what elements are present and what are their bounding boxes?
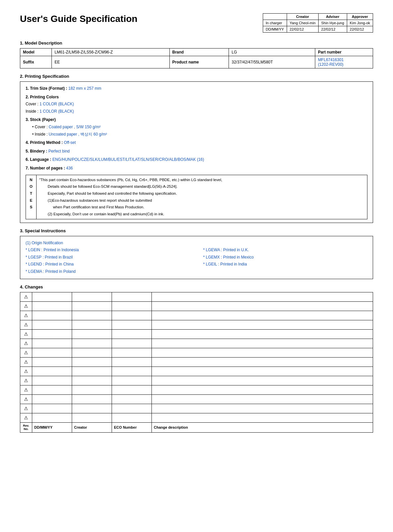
change-date [32, 357, 72, 367]
origin-col-right: * LGEWA : Printed in U.K. * LGEMX : Prin… [203, 247, 368, 275]
origin-lgesp-text: * LGESP : Printed in Brazil [26, 255, 73, 260]
change-icon: ⚠ [20, 311, 32, 320]
table-row: ⚠ [20, 357, 373, 367]
origin-lgema: * LGEMA : Printed in Poland [26, 268, 190, 275]
change-date [32, 329, 72, 339]
change-icon: ⚠ [20, 320, 32, 329]
product-label: Product name [169, 56, 229, 68]
footer-creator: Creator [72, 422, 112, 432]
printing-method-item: 4. Printing Method : Off-set [26, 139, 367, 147]
change-creator [72, 301, 112, 311]
change-date [32, 301, 72, 311]
model-label: Model [20, 49, 52, 56]
origin-heading-text: (1) Origin Notification [26, 241, 63, 245]
table-row: ⚠ [20, 385, 373, 394]
origin-columns: * LGEIN : Printed in Indonesia * LGESP :… [26, 247, 367, 275]
section3-heading: 3. Special Instructions [20, 228, 373, 233]
footer-date: DD/MM/YY [32, 422, 72, 432]
change-eco [112, 348, 152, 357]
change-creator [72, 329, 112, 339]
changes-footer-row: Rev. No. DD/MM/YY Creator ECO Number Cha… [20, 422, 373, 432]
approval-col-creator: Creator [287, 14, 318, 20]
page-container: User's Guide Specification Creator Advis… [20, 13, 373, 433]
header-area: User's Guide Specification Creator Advis… [20, 13, 373, 33]
change-description [152, 376, 373, 385]
change-description [152, 367, 373, 376]
change-icon: ⚠ [20, 394, 32, 404]
part-label: Part number [315, 49, 373, 56]
origin-lgeil-text: * LGEIL : Printed in India [203, 262, 247, 266]
table-row: ⚠ [20, 348, 373, 357]
trim-size-value: 182 mm x 257 mm [68, 86, 101, 91]
change-date [32, 376, 72, 385]
rev-no-label: Rev. No. [20, 422, 32, 432]
change-date [32, 348, 72, 357]
change-eco [112, 339, 152, 348]
change-date [32, 367, 72, 376]
change-eco [112, 357, 152, 367]
origin-lgewa-text: * LGEWA : Printed in U.K. [203, 248, 249, 252]
approval-approver-name: Kim Jong-ok [347, 20, 373, 26]
changes-table: ⚠ ⚠ ⚠ ⚠ ⚠ [20, 292, 373, 433]
approval-col-adviser: Adviser [318, 14, 347, 20]
origin-lgesp: * LGESP : Printed in Brazil [26, 254, 190, 261]
language-label: 6. Language : [26, 157, 52, 162]
origin-lgemx: * LGEMX : Printed in Mexico [203, 254, 368, 261]
special-instructions-box: (1) Origin Notification * LGEIN : Printe… [20, 236, 373, 279]
change-eco [112, 394, 152, 404]
approval-adviser-date: 22/02/12 [318, 26, 347, 33]
change-date [32, 413, 72, 422]
printing-spec-box: 1. Trim Size (Format) : 182 mm x 257 mm … [20, 81, 373, 223]
approval-creator-date: 22/02/12 [287, 26, 318, 33]
origin-lgein-text: * LGEIN : Printed in Indonesia [26, 248, 79, 252]
change-description [152, 301, 373, 311]
notes-label: NOTES [26, 175, 37, 219]
origin-col-left: * LGEIN : Printed in Indonesia * LGESP :… [26, 247, 190, 275]
stock-inside: Inside : Uncoated paper , 백상지 60 g/m² [32, 131, 367, 138]
approval-label-date: DD/MM/YY [263, 26, 287, 33]
change-date [32, 339, 72, 348]
page-title: User's Guide Specification [20, 13, 256, 25]
stock-label: 3. Stock (Paper) [26, 117, 56, 122]
table-row: ⚠ [20, 404, 373, 413]
origin-lgeil: * LGEIL : Printed in India [203, 261, 368, 268]
inside-color-value: 1 COLOR (BLACK) [40, 109, 74, 114]
notes-content: "This part contain Eco-hazardous substan… [37, 175, 367, 219]
part-value: MFL67416301(1202-REV00) [315, 56, 373, 68]
stock-list: Cover : Coated paper , S/W 150 g/m² Insi… [26, 124, 367, 138]
change-description [152, 292, 373, 301]
change-description [152, 394, 373, 404]
change-icon: ⚠ [20, 301, 32, 311]
change-eco [112, 385, 152, 394]
language-item: 6. Language : ENG/HUN/POL/CZE/SLK/LUM/BU… [26, 156, 367, 163]
change-description [152, 385, 373, 394]
pages-item: 7. Number of pages : 436 [26, 165, 367, 172]
approval-approver-date: 22/02/12 [347, 26, 373, 33]
table-row: ⚠ [20, 329, 373, 339]
approval-creator-name: Yang Cheol-min [287, 20, 318, 26]
change-creator [72, 367, 112, 376]
change-eco [112, 404, 152, 413]
change-eco [112, 329, 152, 339]
change-icon: ⚠ [20, 329, 32, 339]
footer-eco: ECO Number [112, 422, 152, 432]
cover-color-label: Cover : [26, 102, 40, 106]
change-date [32, 311, 72, 320]
change-icon: ⚠ [20, 357, 32, 367]
product-value: 32/37/42/47/55LM580T [229, 56, 315, 68]
approval-col-approver: Approver [347, 14, 373, 20]
origin-lgemx-text: * LGEMX : Printed in Mexico [203, 255, 254, 260]
change-description [152, 413, 373, 422]
change-eco [112, 292, 152, 301]
brand-label: Brand [169, 49, 229, 56]
change-eco [112, 413, 152, 422]
change-description [152, 329, 373, 339]
change-creator [72, 311, 112, 320]
change-eco [112, 367, 152, 376]
change-description [152, 339, 373, 348]
footer-description: Change description [152, 422, 373, 432]
change-creator [72, 385, 112, 394]
change-description [152, 311, 373, 320]
approval-label-incharge: In charger [263, 20, 287, 26]
suffix-label: Suffix [20, 56, 52, 68]
